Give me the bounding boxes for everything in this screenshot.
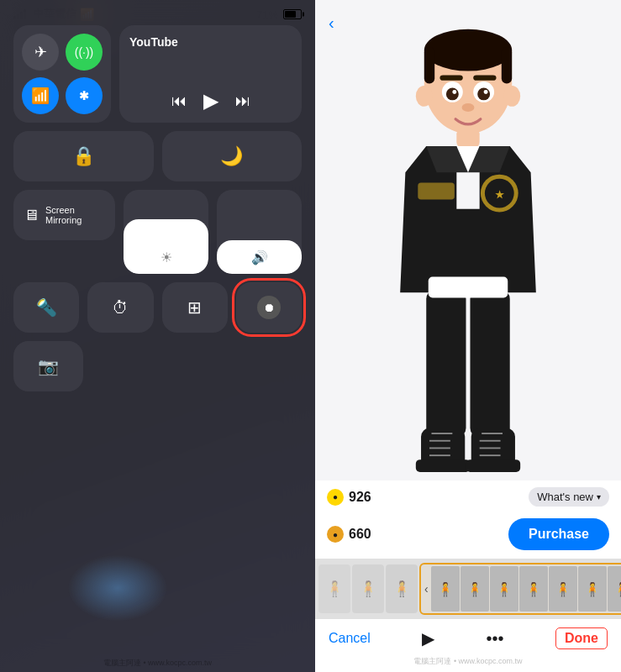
svg-point-8 <box>446 87 459 100</box>
music-app-title: YouTube <box>129 35 292 49</box>
filmstrip-area: 🧍 🧍 🧍 ‹ 🧍 🧍 🧍 🧍 🧍 🧍 🧍 🧍 › 🧍 🧍 <box>315 559 621 619</box>
battery-fill <box>285 11 296 18</box>
orientation-lock-button[interactable]: 🔒 <box>13 131 154 181</box>
filmstrip-frame[interactable]: 🧍 <box>490 566 518 612</box>
filmstrip-frame[interactable]: 🧍 <box>519 566 548 612</box>
cancel-button[interactable]: Cancel <box>329 631 371 646</box>
purchase-cost: 660 <box>349 527 371 542</box>
cc-camera-row: 📷 <box>13 341 302 391</box>
volume-slider[interactable]: 🔊 <box>217 190 302 274</box>
filmstrip-item[interactable]: 🧍 <box>318 564 350 613</box>
volume-icon: 🔊 <box>251 249 268 265</box>
svg-rect-19 <box>418 183 455 200</box>
svg-rect-4 <box>439 76 462 81</box>
svg-point-1 <box>424 29 512 71</box>
svg-rect-21 <box>470 291 509 437</box>
filmstrip-left-arrow[interactable]: ‹ <box>423 582 430 596</box>
do-not-disturb-icon: 🌙 <box>220 145 243 167</box>
purchase-button[interactable]: Purchase <box>508 518 609 550</box>
svg-rect-24 <box>416 459 471 472</box>
screen-record-button[interactable]: ⏺ <box>236 282 302 333</box>
coin-icon: ● <box>327 489 344 506</box>
svg-rect-15 <box>456 128 479 149</box>
wifi-icon2: 📶 <box>31 87 50 105</box>
music-block: YouTube ⏮ ▶ ⏭ <box>119 25 302 123</box>
whats-new-label: What's new <box>537 491 593 503</box>
svg-rect-20 <box>426 291 466 437</box>
whats-new-button[interactable]: What's new ▾ <box>529 487 609 507</box>
calculator-icon: ⊞ <box>187 297 202 318</box>
done-button[interactable]: Done <box>555 627 608 649</box>
svg-rect-3 <box>502 47 512 84</box>
right-watermark: 電腦主阿達 • www.kocpc.com.tw <box>315 654 621 669</box>
filmstrip-frame[interactable]: 🧍 <box>460 566 489 612</box>
flashlight-icon: 🔦 <box>36 297 57 318</box>
svg-rect-30 <box>466 459 521 472</box>
cellular-button[interactable]: ((·)) <box>66 34 103 71</box>
bottom-controls: Cancel ▶ ••• Done <box>315 619 621 658</box>
back-button[interactable]: ‹ <box>329 13 334 33</box>
cc-bottom-row: 🔦 ⏱ ⊞ ⏺ <box>13 282 302 333</box>
purchase-row: ● 660 Purchase <box>315 513 621 559</box>
svg-text:★: ★ <box>495 189 504 201</box>
camera-button[interactable]: 📷 <box>13 341 83 391</box>
battery-icon <box>283 9 302 19</box>
purchase-coin-icon: ● <box>327 526 344 543</box>
do-not-disturb-button[interactable]: 🌙 <box>162 131 303 181</box>
filmstrip-selected-group[interactable]: ‹ 🧍 🧍 🧍 🧍 🧍 🧍 🧍 🧍 › <box>419 563 621 615</box>
airplane-mode-button[interactable]: ✈ <box>22 34 59 71</box>
filmstrip-frame[interactable]: 🧍 <box>549 566 577 612</box>
brightness-icon: ☀ <box>161 249 172 265</box>
avatar-area: ‹ <box>315 0 621 480</box>
left-panel: 中華電信 📶 71% ✈ ((·)) 📶 <box>0 0 315 672</box>
play-button[interactable]: ▶ <box>422 628 434 648</box>
screen-mirror-label: Screen Mirroring <box>45 205 105 225</box>
right-panel: ‹ <box>315 0 621 672</box>
svg-rect-22 <box>429 277 508 298</box>
music-controls: ⏮ ▶ ⏭ <box>129 89 292 113</box>
chevron-down-icon: ▾ <box>597 492 601 501</box>
timer-icon: ⏱ <box>112 298 129 318</box>
calculator-button[interactable]: ⊞ <box>162 282 228 333</box>
connectivity-block: ✈ ((·)) 📶 ✱ <box>13 25 111 123</box>
svg-point-9 <box>477 87 490 100</box>
svg-point-10 <box>452 90 456 94</box>
cellular-icon: ((·)) <box>75 45 94 59</box>
filmstrip-item[interactable]: 🧍 <box>386 564 418 613</box>
svg-point-13 <box>416 86 433 107</box>
timer-button[interactable]: ⏱ <box>87 282 153 333</box>
control-center-content: ✈ ((·)) 📶 ✱ YouTube ⏮ ▶ ⏭ <box>0 25 315 391</box>
screen-record-icon: ⏺ <box>257 296 281 319</box>
coin-amount: 926 <box>349 490 371 505</box>
avatar-figure: ★ <box>315 0 621 480</box>
filmstrip-frame[interactable]: 🧍 <box>431 566 460 612</box>
svg-rect-5 <box>473 76 496 81</box>
wifi-button[interactable]: 📶 <box>22 77 59 114</box>
orientation-lock-icon: 🔒 <box>72 145 95 167</box>
prev-track-button[interactable]: ⏮ <box>171 92 187 110</box>
cc-sliders-row: 🖥 Screen Mirroring ☀ 🔊 <box>13 190 302 274</box>
purchase-coin-display: ● 660 <box>327 526 371 543</box>
next-track-button[interactable]: ⏭ <box>235 92 250 110</box>
coin-balance: ● 926 <box>327 489 371 506</box>
left-watermark: 電腦主阿達 • www.kocpc.com.tw <box>0 658 315 669</box>
screen-mirror-icon: 🖥 <box>24 207 39 224</box>
screen-mirror-button[interactable]: 🖥 Screen Mirroring <box>13 190 115 240</box>
cc-mid-row: 🔒 🌙 <box>13 131 302 181</box>
svg-point-12 <box>462 103 475 112</box>
bluetooth-button[interactable]: ✱ <box>66 77 103 114</box>
filmstrip-item[interactable]: 🧍 <box>352 564 384 613</box>
coins-row: ● 926 What's new ▾ <box>315 480 621 513</box>
brightness-slider[interactable]: ☀ <box>124 190 208 274</box>
svg-rect-2 <box>424 47 434 84</box>
play-pause-button[interactable]: ▶ <box>203 89 218 113</box>
svg-point-11 <box>484 90 488 94</box>
cc-top-row: ✈ ((·)) 📶 ✱ YouTube ⏮ ▶ ⏭ <box>13 25 302 123</box>
more-button[interactable]: ••• <box>487 629 504 648</box>
svg-point-14 <box>503 86 520 107</box>
flashlight-button[interactable]: 🔦 <box>13 282 79 333</box>
bluetooth-icon: ✱ <box>79 89 89 102</box>
filmstrip-frame[interactable]: 🧍 <box>608 566 621 612</box>
airplane-icon: ✈ <box>34 43 47 61</box>
filmstrip-frame[interactable]: 🧍 <box>578 566 607 612</box>
